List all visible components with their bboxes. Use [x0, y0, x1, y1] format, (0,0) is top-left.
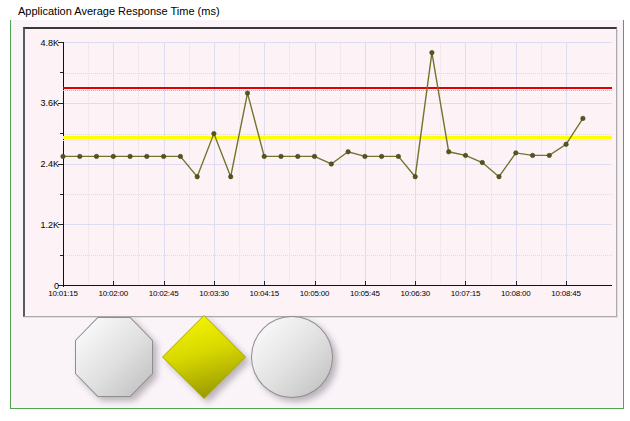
octagon-border: [75, 317, 153, 397]
octagon-status-icon[interactable]: [75, 317, 153, 397]
octagon-fill: [76, 318, 152, 396]
dashboard-page: { "title": "Application Average Response…: [0, 0, 630, 421]
circle-border: [251, 316, 333, 398]
content-frame: 10:01:1510:02:0010:02:4510:03:3010:04:15…: [10, 20, 624, 409]
circle-status-icon[interactable]: [251, 316, 333, 398]
status-icons-row: [11, 20, 623, 408]
diamond-border: [162, 315, 246, 399]
circle-fill: [252, 317, 332, 397]
diamond-fill: [163, 316, 245, 398]
page-title: Application Average Response Time (ms): [18, 5, 220, 17]
diamond-status-icon[interactable]: [162, 315, 246, 399]
